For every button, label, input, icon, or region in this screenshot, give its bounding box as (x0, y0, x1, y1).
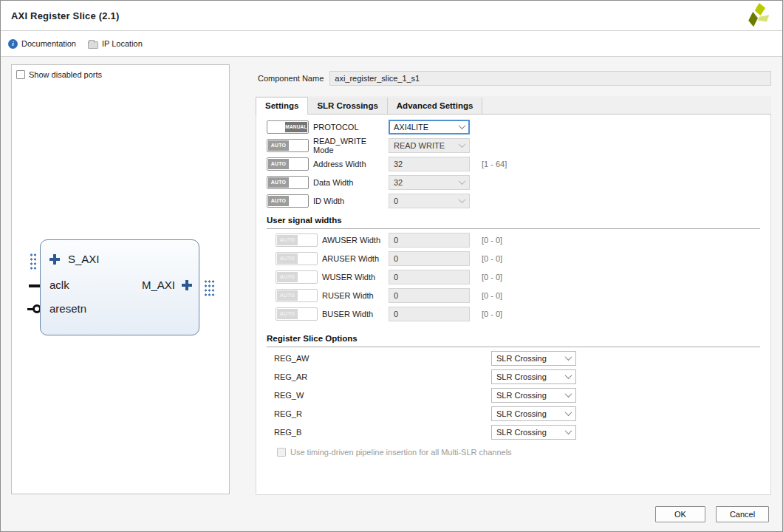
toggle-state-label: MANUAL (285, 122, 307, 132)
wuser-width-range: [0 - 0] (482, 273, 502, 282)
buser-width-input: 0 (389, 307, 470, 321)
data-width-label: Data Width (313, 178, 389, 187)
toggle-state-label: AUTO (268, 159, 289, 169)
reg-w-row: REG_W SLR Crossing (267, 386, 760, 404)
tab-slr-crossings[interactable]: SLR Crossings (308, 98, 387, 114)
ip-customization-dialog: AXI Register Slice (2.1) i Documentation… (0, 0, 783, 532)
awuser-width-range: [0 - 0] (482, 236, 502, 245)
awuser-auto-toggle: AUTO (276, 233, 318, 247)
component-name-label: Component Name (258, 74, 324, 83)
reg-b-label: REG_B (274, 428, 491, 437)
aruser-width-value: 0 (394, 254, 398, 263)
data-width-select: 32 (389, 175, 470, 190)
reg-w-select[interactable]: SLR Crossing (491, 388, 576, 403)
tab-advanced-settings[interactable]: Advanced Settings (388, 98, 483, 114)
aruser-width-label: ARUSER Width (322, 254, 389, 263)
reg-aw-select[interactable]: SLR Crossing (491, 351, 576, 366)
chevron-down-icon (459, 122, 466, 129)
aruser-width-row: AUTO ARUSER Width 0 [0 - 0] (267, 249, 760, 267)
dialog-body: Show disabled ports S_AXI aclk aresetn (1, 57, 782, 495)
id-width-value: 0 (394, 197, 398, 205)
toggle-state-label: AUTO (277, 309, 298, 319)
component-name-input[interactable] (329, 71, 771, 86)
chevron-down-icon (459, 140, 466, 148)
reg-w-label: REG_W (274, 391, 491, 400)
reg-aw-value: SLR Crossing (496, 354, 547, 363)
address-width-row: AUTO Address Width 32 [1 - 64] (267, 154, 760, 173)
reg-w-value: SLR Crossing (496, 391, 547, 400)
dialog-title: AXI Register Slice (2.1) (11, 10, 119, 21)
timing-driven-pipeline-row: Use timing-driven pipeline insertion for… (267, 448, 760, 457)
toggle-state-label: AUTO (277, 290, 298, 301)
reg-b-value: SLR Crossing (496, 428, 547, 437)
reg-ar-select[interactable]: SLR Crossing (491, 369, 576, 384)
expand-plus-icon[interactable] (182, 280, 192, 290)
expand-plus-icon[interactable] (49, 254, 60, 265)
protocol-select[interactable]: AXI4LITE (389, 120, 470, 134)
port-aclk: aclk (49, 279, 69, 291)
ruser-width-range: [0 - 0] (482, 291, 502, 300)
component-name-row: Component Name (258, 71, 771, 86)
ruser-width-row: AUTO RUSER Width 0 [0 - 0] (267, 286, 760, 304)
toggle-state-label: AUTO (268, 177, 289, 188)
show-disabled-ports-checkbox[interactable] (16, 70, 25, 79)
reg-b-select[interactable]: SLR Crossing (491, 425, 576, 440)
reg-r-select[interactable]: SLR Crossing (491, 406, 576, 421)
title-bar: AXI Register Slice (2.1) (1, 1, 782, 31)
protocol-label: PROTOCOL (313, 123, 389, 132)
wuser-width-label: WUSER Width (322, 273, 389, 282)
ip-block[interactable]: S_AXI aclk aresetn M_AXI (40, 239, 199, 335)
buser-width-row: AUTO BUSER Width 0 [0 - 0] (267, 304, 760, 323)
toggle-state-label: AUTO (268, 196, 289, 206)
data-width-row: AUTO Data Width 32 (267, 173, 760, 191)
timing-driven-pipeline-checkbox (277, 448, 286, 457)
m-axi-interface-pins-icon (203, 279, 215, 297)
ruser-width-value: 0 (394, 291, 398, 300)
protocol-row: MANUAL PROTOCOL AXI4LITE (267, 117, 760, 136)
buser-width-value: 0 (394, 310, 398, 318)
chevron-down-icon (565, 409, 572, 416)
settings-tab-panel: MANUAL PROTOCOL AXI4LITE AUTO READ_WRITE… (256, 115, 771, 495)
aruser-auto-toggle: AUTO (276, 252, 318, 265)
read-write-mode-label: READ_WRITE Mode (313, 137, 389, 154)
read-write-auto-manual-toggle[interactable]: AUTO (267, 139, 309, 152)
chevron-down-icon (565, 427, 572, 434)
reg-aw-row: REG_AW SLR Crossing (267, 349, 760, 367)
read-write-mode-row: AUTO READ_WRITE Mode READ WRITE (267, 136, 760, 154)
reg-ar-row: REG_AR SLR Crossing (267, 367, 760, 386)
chevron-down-icon (565, 353, 572, 361)
data-width-auto-manual-toggle[interactable]: AUTO (267, 176, 309, 189)
chevron-down-icon (459, 177, 466, 185)
port-aclk-label: aclk (49, 279, 69, 291)
address-width-auto-manual-toggle[interactable]: AUTO (267, 157, 309, 171)
port-s-axi[interactable]: S_AXI (49, 253, 100, 265)
chevron-down-icon (565, 372, 572, 379)
read-write-mode-value: READ WRITE (394, 141, 445, 150)
tab-settings[interactable]: Settings (256, 97, 308, 115)
ok-button[interactable]: OK (655, 506, 705, 522)
configuration-column: Component Name Settings SLR Crossings Ad… (256, 64, 771, 495)
cancel-button[interactable]: Cancel (716, 506, 769, 522)
folder-icon (88, 41, 98, 49)
port-s-axi-label: S_AXI (68, 253, 100, 265)
chevron-down-icon (565, 390, 572, 398)
buser-width-label: BUSER Width (322, 310, 389, 318)
documentation-button[interactable]: i Documentation (8, 39, 76, 49)
buser-auto-toggle: AUTO (276, 307, 318, 321)
reg-r-row: REG_R SLR Crossing (267, 404, 760, 423)
register-slice-options-header: Register Slice Options (267, 332, 760, 347)
port-aresetn-label: aresetn (49, 302, 86, 315)
id-width-auto-manual-toggle[interactable]: AUTO (267, 194, 309, 208)
port-m-axi[interactable]: M_AXI (142, 279, 192, 291)
id-width-row: AUTO ID Width 0 (267, 191, 760, 210)
reg-r-label: REG_R (274, 409, 491, 418)
port-m-axi-label: M_AXI (142, 279, 175, 291)
aclk-pin-stub (29, 284, 41, 287)
ip-location-label: IP Location (102, 39, 143, 48)
show-disabled-ports-label: Show disabled ports (29, 70, 102, 79)
aruser-width-range: [0 - 0] (482, 254, 502, 263)
wuser-width-row: AUTO WUSER Width 0 [0 - 0] (267, 267, 760, 286)
timing-driven-pipeline-label: Use timing-driven pipeline insertion for… (290, 448, 512, 457)
protocol-auto-manual-toggle[interactable]: MANUAL (267, 120, 309, 134)
ip-location-button[interactable]: IP Location (88, 39, 143, 49)
